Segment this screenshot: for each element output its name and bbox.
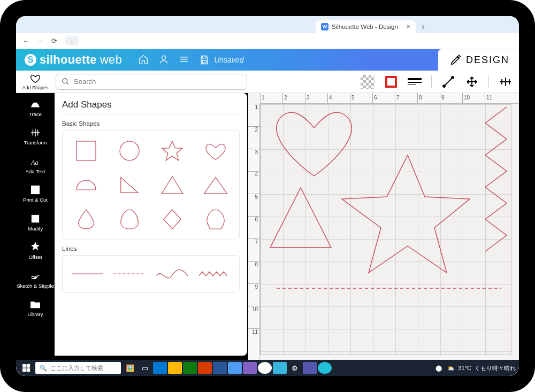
account-icon[interactable]	[158, 54, 169, 66]
line-dashed[interactable]	[109, 264, 151, 283]
sidebar-item-offset[interactable]: Offset	[16, 238, 55, 263]
close-tab-icon[interactable]: ×	[407, 23, 410, 30]
weather-temp: 31°C	[458, 365, 471, 371]
sidebar-item-sketch-stipple[interactable]: Sketch & Stipple	[16, 267, 55, 292]
checker-icon	[361, 75, 374, 89]
back-icon[interactable]: ←	[22, 37, 29, 45]
shape-star[interactable]	[151, 134, 194, 168]
taskbar-app[interactable]	[243, 362, 257, 374]
shape-triangle-wide[interactable]	[194, 168, 238, 202]
menu-icon[interactable]	[179, 54, 189, 66]
search-input[interactable]	[74, 78, 241, 86]
canvas-triangle[interactable]	[266, 183, 335, 253]
taskbar-app[interactable]	[303, 362, 317, 374]
address-chip[interactable]: ⋮	[65, 36, 79, 45]
ruler-tick: 4	[248, 171, 259, 194]
mode-label: DESIGN	[466, 55, 509, 66]
canvas-zigzag[interactable]	[480, 104, 509, 265]
taskbar-app[interactable]: ⚙	[288, 362, 302, 374]
shape-egg[interactable]	[108, 202, 151, 236]
line-tool[interactable]	[440, 74, 456, 90]
section-basic-shapes: Basic Shapes	[62, 120, 240, 127]
new-tab-button[interactable]: +	[416, 20, 431, 33]
weather-icon: ⛅	[447, 365, 455, 372]
taskbar-app[interactable]	[183, 362, 197, 374]
mode-design-tab[interactable]: DESIGN	[438, 49, 519, 71]
line-weight-button[interactable]	[407, 74, 423, 90]
sidebar-item-add-text[interactable]: Aa Add Text	[16, 152, 55, 178]
taskbar-app[interactable]	[198, 362, 212, 374]
fill-transparent-button[interactable]	[360, 74, 376, 90]
shape-circle[interactable]	[108, 134, 151, 168]
cutting-mat[interactable]	[260, 104, 511, 355]
taskbar-app[interactable]: 🖼️	[123, 362, 137, 374]
canvas-dashed-line[interactable]	[277, 283, 501, 294]
canvas-area[interactable]: 1 2 3 4 5 6 7 8 9 10 11 1 2 3 4	[248, 93, 519, 360]
tray-icon[interactable]: ⬤	[435, 365, 442, 372]
ruler-tick: 11	[485, 93, 507, 103]
windows-icon	[22, 364, 30, 372]
start-button[interactable]	[19, 361, 33, 375]
active-tool-add-shapes[interactable]: Add Shapes	[16, 73, 55, 90]
taskbar-app[interactable]	[318, 362, 332, 374]
active-tool-label: Add Shapes	[22, 85, 48, 90]
ruler-tick: 2	[282, 93, 305, 103]
taskbar-app[interactable]	[258, 362, 272, 374]
app-header: S silhouetteweb Unsaved DESIG	[16, 49, 519, 71]
browser-tab[interactable]: W Silhouette Web - Design ×	[316, 20, 416, 33]
shape-triangle[interactable]	[151, 168, 194, 202]
ruler-tick: 7	[248, 239, 259, 261]
canvas-star[interactable]	[341, 152, 475, 275]
tools-row: Add Shapes	[16, 71, 519, 93]
ruler-tick: 3	[248, 149, 259, 171]
ruler-tick: 6	[248, 216, 259, 239]
svg-point-4	[452, 76, 454, 79]
ruler-tick: 5	[350, 93, 372, 103]
move-tool[interactable]	[464, 74, 480, 90]
line-wave[interactable]	[151, 264, 194, 283]
reload-icon[interactable]: ⟳	[51, 37, 57, 45]
weather-widget[interactable]: ⛅ 31°C くもり時々晴れ	[447, 364, 516, 372]
shape-bell[interactable]	[194, 202, 238, 236]
screen: W Silhouette Web - Design × + ← → ⟳ ⋮ S …	[16, 16, 519, 376]
lines-grid	[62, 255, 240, 293]
taskbar-app[interactable]	[228, 362, 242, 374]
canvas-tools	[360, 71, 514, 93]
line-solid[interactable]	[66, 264, 109, 283]
sidebar-item-label: Library	[27, 312, 43, 317]
shape-heart[interactable]	[194, 134, 238, 168]
shape-square[interactable]	[65, 134, 108, 168]
sidebar-item-print-cut[interactable]: Print & Cut	[16, 181, 55, 206]
panel-title: Add Shapes	[62, 98, 240, 115]
taskbar-app[interactable]	[168, 362, 182, 374]
ruler-tick: 8	[417, 93, 440, 103]
print-cut-icon	[29, 184, 41, 196]
taskbar-search[interactable]: 🔍 ここに入力して検索	[35, 362, 121, 374]
shape-search[interactable]	[56, 74, 247, 90]
add-shapes-panel: Add Shapes Basic Shapes	[55, 93, 248, 360]
taskbar-app[interactable]	[153, 362, 167, 374]
taskbar-search-placeholder: ここに入力して検索	[50, 364, 103, 372]
shape-teardrop[interactable]	[65, 202, 108, 236]
taskbar-app[interactable]	[273, 362, 287, 374]
stroke-color-button[interactable]	[383, 74, 399, 90]
sidebar-item-modify[interactable]: Modify	[16, 210, 55, 235]
line-zigzag[interactable]	[194, 264, 236, 283]
shape-right-triangle[interactable]	[108, 168, 151, 202]
task-view-icon[interactable]: ▭	[138, 362, 152, 374]
shape-diamond[interactable]	[151, 202, 194, 236]
heart-icon	[29, 73, 41, 84]
align-tool[interactable]	[498, 74, 514, 90]
forward-icon[interactable]: →	[37, 37, 44, 45]
sidebar-item-library[interactable]: Library	[16, 295, 55, 320]
ruler-tick: 8	[248, 261, 259, 283]
taskbar-app[interactable]	[213, 362, 227, 374]
home-icon[interactable]	[138, 54, 149, 66]
shape-semicircle[interactable]	[65, 168, 108, 202]
ruler-tick: 6	[372, 93, 395, 103]
sidebar-item-transform[interactable]: Transform	[16, 124, 55, 149]
save-status[interactable]: Unsaved	[199, 55, 243, 65]
sidebar-item-trace[interactable]: Trace	[16, 95, 55, 120]
text-icon: Aa	[29, 156, 41, 167]
svg-rect-15	[26, 368, 30, 372]
